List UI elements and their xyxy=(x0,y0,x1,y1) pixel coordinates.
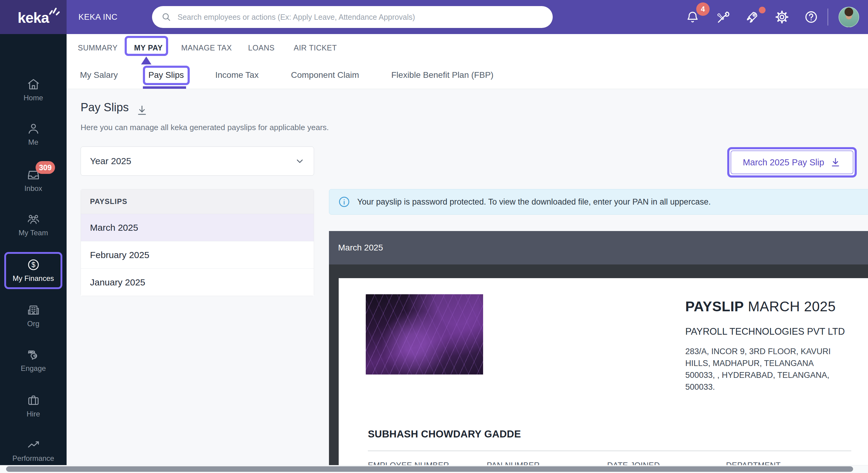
engage-icon xyxy=(26,348,40,362)
sidebar-item-label: Performance xyxy=(0,454,67,463)
inbox-badge: 309 xyxy=(36,161,55,174)
year-select[interactable]: Year 2025 xyxy=(81,147,314,176)
user-icon xyxy=(26,122,40,135)
sidebar-item-label: Engage xyxy=(0,364,67,373)
top-bar: keka KEKA INC 4 xyxy=(0,0,868,34)
main-tabs-bar: SUMMARY MY PAY MANAGE TAX LOANS AIR TICK… xyxy=(67,34,868,61)
gear-icon xyxy=(775,10,789,24)
sidebar-item-label: Me xyxy=(0,138,67,147)
annotation-box-my-finances xyxy=(4,252,62,289)
sidebar-item-label: Home xyxy=(0,94,67,102)
home-icon xyxy=(26,77,40,91)
settings-button[interactable] xyxy=(775,10,789,24)
tab-air-ticket[interactable]: AIR TICKET xyxy=(294,34,337,61)
help-button[interactable] xyxy=(804,10,818,24)
sidebar-item-org[interactable]: Org xyxy=(0,303,67,328)
download-icon xyxy=(135,104,148,117)
hire-icon xyxy=(26,393,40,407)
year-select-value: Year 2025 xyxy=(90,156,131,166)
subtab-my-salary[interactable]: My Salary xyxy=(80,61,118,89)
payslip-title: PAYSLIP MARCH 2025 xyxy=(685,298,836,315)
company-banner-image xyxy=(366,294,483,375)
logo-spark-icon xyxy=(48,5,60,16)
team-icon xyxy=(26,212,40,226)
payslip-document-page: PAYSLIP MARCH 2025 PAYROLL TECHNOLOGIES … xyxy=(339,278,868,473)
annotation-box-pay-slips xyxy=(143,66,190,85)
click-pointer-triangle xyxy=(141,57,151,64)
sidebar-item-performance[interactable]: Performance xyxy=(0,438,67,463)
org-icon xyxy=(26,303,40,317)
keka-logo[interactable]: keka xyxy=(0,0,67,34)
download-all-button[interactable] xyxy=(135,104,148,117)
document-divider xyxy=(368,450,851,451)
sub-tabs-bar: My Salary Pay Slips Income Tax Component… xyxy=(67,61,868,89)
payslip-title-rest: MARCH 2025 xyxy=(748,298,836,314)
download-icon xyxy=(830,157,841,168)
global-search[interactable] xyxy=(152,6,553,28)
sidebar-item-label: Hire xyxy=(0,410,67,418)
sidebar-nav: Home Me 309 Inbox xyxy=(0,34,67,473)
performance-icon xyxy=(26,438,40,452)
preview-header-title: March 2025 xyxy=(338,243,383,253)
address-line: 283/A, INCOR 9, 3RD FLOOR, KAVURI xyxy=(685,346,831,357)
page-title: Pay Slips xyxy=(81,101,129,114)
payslip-title-bold: PAYSLIP xyxy=(685,298,744,314)
company-name: KEKA INC xyxy=(79,0,118,34)
address-line: 500033. xyxy=(685,381,831,393)
sidebar-item-label: My Team xyxy=(0,229,67,237)
list-item-february-2025[interactable]: February 2025 xyxy=(81,241,314,269)
sidebar-item-label: Org xyxy=(0,319,67,328)
payslip-list: PAYSLIPS March 2025 February 2025 Januar… xyxy=(81,189,314,296)
company-name-line: PAYROLL TECHNOLOGIES PVT LTD xyxy=(685,326,845,337)
sidebar-item-me[interactable]: Me xyxy=(0,122,67,147)
subtab-income-tax[interactable]: Income Tax xyxy=(215,61,259,89)
notification-badge: 4 xyxy=(696,2,710,16)
horizontal-scrollbar-thumb[interactable] xyxy=(6,466,853,472)
rocket-notification-dot xyxy=(759,7,766,13)
keka-logo-text: keka xyxy=(18,9,49,26)
tools-icon xyxy=(715,10,730,24)
download-payslip-label: March 2025 Pay Slip xyxy=(743,157,824,167)
chevron-down-icon xyxy=(294,156,305,166)
download-payslip-button[interactable]: March 2025 Pay Slip xyxy=(731,151,854,174)
tools-button[interactable] xyxy=(715,10,730,24)
keka-app: keka KEKA INC 4 xyxy=(0,0,868,473)
company-address: 283/A, INCOR 9, 3RD FLOOR, KAVURI HILLS,… xyxy=(685,346,831,393)
search-input[interactable] xyxy=(177,12,546,22)
help-icon xyxy=(804,10,818,24)
sidebar-item-my-team[interactable]: My Team xyxy=(0,212,67,237)
subtab-fbp[interactable]: Flexible Benefit Plan (FBP) xyxy=(391,61,493,89)
tab-manage-tax[interactable]: MANAGE TAX xyxy=(181,34,232,61)
topbar-divider xyxy=(828,8,828,26)
tab-loans[interactable]: LOANS xyxy=(248,34,275,61)
address-line: 500033, , HYDERABAD, TELANGANA, xyxy=(685,369,831,381)
page-subtitle: Here you can manage all keka generated p… xyxy=(81,123,329,132)
address-line: HILLS, MADHAPUR, TELANGANA xyxy=(685,357,831,369)
preview-header: March 2025 xyxy=(329,231,868,264)
password-info-banner: Your payslip is password protected. To v… xyxy=(329,189,868,215)
sidebar-item-hire[interactable]: Hire xyxy=(0,393,67,418)
sidebar-item-inbox[interactable]: Inbox xyxy=(0,168,67,193)
whats-new-button[interactable] xyxy=(745,10,760,24)
sidebar-item-home[interactable]: Home xyxy=(0,77,67,102)
active-subtab-underline xyxy=(143,86,186,89)
subtab-component-claim[interactable]: Component Claim xyxy=(291,61,359,89)
user-avatar[interactable] xyxy=(838,7,859,27)
employee-name: SUBHASH CHOWDARY GADDE xyxy=(368,428,521,440)
sidebar-item-engage[interactable]: Engage xyxy=(0,348,67,373)
annotation-box-my-pay xyxy=(125,36,168,56)
list-item-january-2025[interactable]: January 2025 xyxy=(81,269,314,296)
rocket-icon xyxy=(745,10,760,24)
tab-summary[interactable]: SUMMARY xyxy=(78,34,118,61)
search-icon xyxy=(161,12,172,22)
sidebar-item-label: Inbox xyxy=(0,184,67,193)
password-info-text: Your payslip is password protected. To v… xyxy=(357,197,711,207)
info-icon xyxy=(338,195,350,208)
list-item-march-2025[interactable]: March 2025 xyxy=(81,214,314,241)
payslip-list-header: PAYSLIPS xyxy=(81,189,314,214)
annotation-box-download-payslip: March 2025 Pay Slip xyxy=(727,147,857,178)
